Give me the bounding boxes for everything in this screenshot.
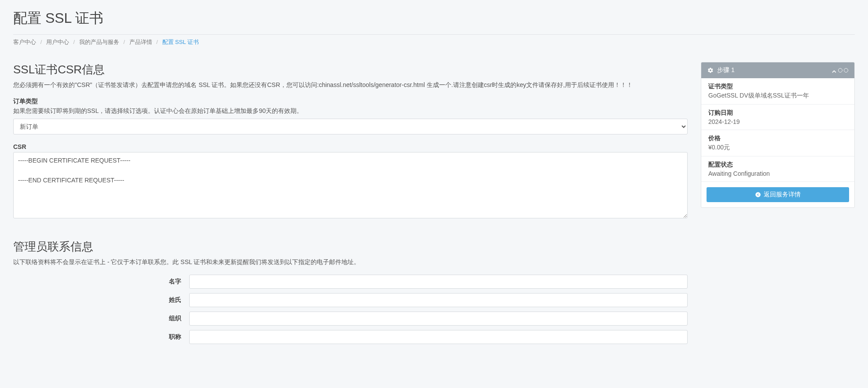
lastname-input[interactable] — [189, 293, 688, 307]
panel-item-key: 配置状态 — [708, 161, 847, 169]
lastname-label: 姓氏 — [13, 296, 189, 304]
breadcrumb: 客户中心 / 用户中心 / 我的产品与服务 / 产品详情 / 配置 SSL 证书 — [13, 38, 855, 46]
panel-item-value: GoGetSSL DV级单域名SSL证书一年 — [708, 92, 847, 100]
panel-item-key: 证书类型 — [708, 83, 847, 91]
order-type-label: 订单类型 — [13, 98, 688, 105]
back-button-label: 返回服务详情 — [764, 191, 801, 199]
chevron-up-icon[interactable] — [831, 68, 837, 73]
csr-section-title: SSL证书CSR信息 — [13, 62, 688, 77]
firstname-input[interactable] — [189, 275, 688, 289]
panel-item-value: ¥0.00元 — [708, 144, 847, 152]
csr-section-desc: 您必须拥有一个有效的"CSR"（证书签发请求）去配置申请您的域名 SSL 证书。… — [13, 80, 688, 90]
breadcrumb-link-client-center[interactable]: 客户中心 — [13, 39, 36, 45]
jobtitle-input[interactable] — [189, 330, 688, 344]
breadcrumb-link-user-center[interactable]: 用户中心 — [46, 39, 69, 45]
firstname-label: 名字 — [13, 278, 189, 286]
panel-item-key: 订购日期 — [708, 109, 847, 117]
panel-item-key: 价格 — [708, 134, 847, 142]
admin-section-desc: 以下联络资料将不会显示在证书上 - 它仅于本订单联系您。此 SSL 证书和未来更… — [13, 257, 688, 267]
panel-item-cert-type: 证书类型 GoGetSSL DV级单域名SSL证书一年 — [701, 78, 854, 105]
page-title: 配置 SSL 证书 — [13, 9, 855, 35]
org-input[interactable] — [189, 312, 688, 326]
arrow-left-circle-icon — [755, 192, 761, 198]
order-type-hint: 如果您需要续订即将到期的SSL，请选择续订选项。认证中心会在原始订单基础上增加最… — [13, 107, 688, 115]
breadcrumb-sep: / — [73, 39, 75, 45]
org-label: 组织 — [13, 315, 189, 323]
back-to-service-button[interactable]: 返回服务详情 — [707, 187, 849, 202]
circle-icon[interactable] — [844, 68, 848, 73]
jobtitle-label: 职称 — [13, 333, 189, 341]
csr-textarea[interactable] — [13, 152, 688, 218]
breadcrumb-link-product-detail[interactable]: 产品详情 — [129, 39, 152, 45]
breadcrumb-sep: / — [156, 39, 158, 45]
gear-icon — [707, 67, 714, 73]
panel-item-value: Awaiting Configuration — [708, 170, 847, 177]
step-panel: 步骤 1 证书类型 GoGetSSL DV级单域名SSL证书一年 — [701, 62, 855, 208]
panel-item-value: 2024-12-19 — [708, 118, 847, 125]
admin-section-title: 管理员联系信息 — [13, 239, 688, 254]
breadcrumb-current: 配置 SSL 证书 — [162, 39, 199, 45]
panel-item-config-status: 配置状态 Awaiting Configuration — [701, 156, 854, 182]
breadcrumb-sep: / — [123, 39, 125, 45]
step-panel-controls — [831, 68, 848, 73]
breadcrumb-link-my-products[interactable]: 我的产品与服务 — [79, 39, 119, 45]
circle-icon[interactable] — [838, 68, 842, 73]
panel-item-order-date: 订购日期 2024-12-19 — [701, 105, 854, 130]
panel-item-price: 价格 ¥0.00元 — [701, 130, 854, 156]
step-panel-title: 步骤 1 — [717, 66, 735, 74]
breadcrumb-sep: / — [40, 39, 42, 45]
csr-label: CSR — [13, 143, 688, 150]
step-panel-header: 步骤 1 — [701, 62, 854, 78]
order-type-select[interactable]: 新订单 — [13, 119, 688, 134]
